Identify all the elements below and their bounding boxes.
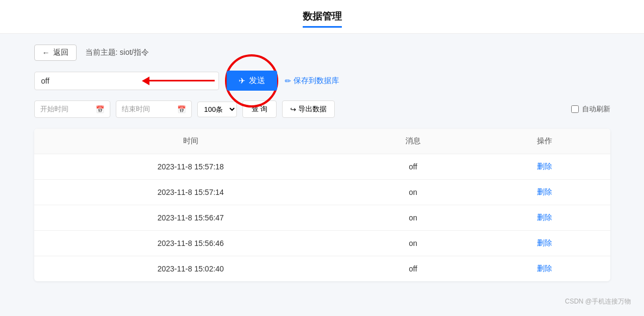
send-button-wrapper: ✈ 发送 (227, 71, 277, 91)
send-button[interactable]: ✈ 发送 (227, 71, 277, 91)
cell-message-2: on (347, 205, 479, 231)
back-button[interactable]: ← 返回 (34, 45, 77, 61)
save-to-db-button[interactable]: ✏ 保存到数据库 (285, 76, 339, 86)
table-row: 2023-11-8 15:57:14 on 删除 (34, 180, 610, 205)
top-bar: ← 返回 当前主题: siot/指令 (34, 45, 610, 61)
back-button-label: 返回 (53, 48, 68, 58)
table-row: 2023-11-8 15:57:18 off 删除 (34, 154, 610, 180)
content-area: ← 返回 当前主题: siot/指令 ✈ 发送 ✏ 保存到数据库 开始时间 📅 (23, 34, 621, 292)
delete-button-4[interactable]: 删除 (537, 264, 552, 273)
table-row: 2023-11-8 15:02:40 off 删除 (34, 256, 610, 282)
delete-button-3[interactable]: 删除 (537, 238, 552, 247)
delete-button-0[interactable]: 删除 (537, 162, 552, 170)
table-row: 2023-11-8 15:56:47 on 删除 (34, 205, 610, 231)
delete-button-1[interactable]: 删除 (537, 187, 552, 196)
current-topic-label: 当前主题: siot/指令 (85, 48, 149, 58)
cell-action-1[interactable]: 删除 (479, 180, 610, 205)
col-header-message: 消息 (347, 129, 479, 154)
col-header-time: 时间 (34, 129, 348, 154)
end-time-input[interactable]: 结束时间 📅 (116, 100, 192, 118)
red-arrow-indicator (142, 77, 215, 85)
cell-message-0: off (347, 154, 479, 180)
filter-bar: 开始时间 📅 结束时间 📅 100条 50条 200条 查 询 ↪ 导出数据 自… (34, 100, 610, 118)
export-button-label: 导出数据 (298, 104, 327, 114)
cell-message-1: on (347, 180, 479, 205)
back-arrow-icon: ← (42, 48, 50, 57)
auto-refresh-wrapper: 自动刷新 (571, 104, 610, 114)
export-icon: ↪ (290, 105, 296, 113)
red-arrow-line (149, 80, 215, 81)
table-header-row: 时间 消息 操作 (34, 129, 610, 154)
cell-time-2: 2023-11-8 15:56:47 (34, 205, 348, 231)
save-icon: ✏ (285, 77, 291, 85)
cell-time-4: 2023-11-8 15:02:40 (34, 256, 348, 282)
end-time-placeholder: 结束时间 (122, 104, 150, 114)
export-button[interactable]: ↪ 导出数据 (282, 100, 335, 118)
cell-action-2[interactable]: 删除 (479, 205, 610, 231)
start-calendar-icon: 📅 (96, 105, 104, 113)
col-header-action: 操作 (479, 129, 610, 154)
auto-refresh-checkbox[interactable] (571, 105, 579, 113)
auto-refresh-label: 自动刷新 (582, 104, 610, 114)
page-title: 数据管理 (303, 10, 342, 28)
start-time-input[interactable]: 开始时间 📅 (34, 100, 110, 118)
cell-message-4: off (347, 256, 479, 282)
save-button-label: 保存到数据库 (293, 76, 339, 86)
red-arrow-head-icon (142, 77, 149, 85)
send-button-label: 发送 (249, 75, 265, 86)
end-calendar-icon: 📅 (177, 105, 186, 113)
send-icon: ✈ (239, 76, 246, 86)
cell-action-3[interactable]: 删除 (479, 231, 610, 256)
cell-time-0: 2023-11-8 15:57:18 (34, 154, 348, 180)
page-title-bar: 数据管理 (0, 0, 644, 34)
send-bar: ✈ 发送 ✏ 保存到数据库 (34, 71, 610, 91)
delete-button-2[interactable]: 删除 (537, 213, 552, 222)
cell-time-3: 2023-11-8 15:56:46 (34, 231, 348, 256)
limit-select[interactable]: 100条 50条 200条 (197, 102, 237, 117)
cell-message-3: on (347, 231, 479, 256)
table-row: 2023-11-8 15:56:46 on 删除 (34, 231, 610, 256)
cell-time-1: 2023-11-8 15:57:14 (34, 180, 348, 205)
start-time-placeholder: 开始时间 (40, 104, 68, 114)
cell-action-4[interactable]: 删除 (479, 256, 610, 282)
cell-action-0[interactable]: 删除 (479, 154, 610, 180)
data-table: 时间 消息 操作 2023-11-8 15:57:18 off 删除 2023-… (34, 129, 610, 281)
